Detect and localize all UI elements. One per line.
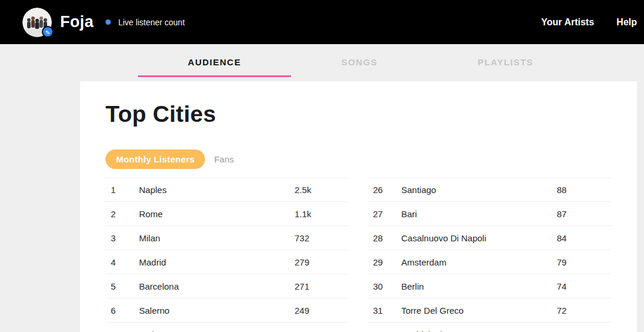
page-title: Top Cities [105,81,637,127]
value-cell: 2.5k [295,185,349,195]
value-cell: 279 [295,257,349,267]
city-cell: Turin [139,330,295,332]
rank-cell: 29 [368,257,401,267]
table-row: 5 Barcelona 271 [105,274,349,298]
city-cell: Rome [139,209,295,219]
live-dot-icon [105,19,111,25]
live-listener-label: Live listener count [118,18,185,27]
city-cell: Barcelona [139,281,295,291]
rank-cell: 6 [105,306,139,316]
table-row: 27 Bari 87 [368,202,611,226]
rank-cell: 32 [368,330,401,332]
table-row: 29 Amsterdam 79 [368,250,611,274]
value-cell: 79 [557,257,611,267]
filter-fans[interactable]: Fans [214,154,233,164]
value-cell: 249 [295,306,349,316]
table-row: 28 Casalnuovo Di Napoli 84 [368,226,611,250]
table-row: 2 Rome 1.1k [105,202,349,226]
city-table-right: 26 Santiago 88 27 Bari 87 28 Casalnuovo … [368,178,611,332]
table-row: 32 Maddaloni 71 [368,323,611,332]
city-cell: Berlin [401,281,557,291]
city-cell: Madrid [139,257,295,267]
pencil-icon[interactable]: ✎ [42,26,54,38]
table-row: 26 Santiago 88 [368,178,611,202]
value-cell: 74 [557,281,611,291]
value-cell: 87 [557,209,611,219]
value-cell: 72 [557,306,611,316]
city-cell: Santiago [401,185,557,195]
value-cell: 84 [557,233,611,243]
artist-name: Foja [60,13,94,31]
filter-toggle: Monthly Listeners Fans [105,150,637,169]
artist-avatar[interactable]: ✎ [22,8,52,37]
rank-cell: 3 [105,233,139,243]
rank-cell: 26 [368,185,401,195]
rank-cell: 4 [105,257,139,267]
city-cell: Torre Del Greco [401,306,557,316]
city-cell: Casalnuovo Di Napoli [401,233,557,243]
city-cell: Salerno [139,306,295,316]
topbar: ✎ Foja Live listener count Your Artists … [0,0,644,44]
active-tab-underline [138,75,291,77]
tab-songs[interactable]: SONGS [341,57,378,67]
rank-cell: 28 [368,233,401,243]
filter-monthly-listeners[interactable]: Monthly Listeners [105,150,205,169]
city-cell: Naples [139,185,295,195]
top-navigation: Your Artists Help [541,17,637,28]
value-cell: 232 [295,330,349,332]
rank-cell: 5 [105,281,139,291]
rank-cell: 1 [105,185,139,195]
table-row: 30 Berlin 74 [368,274,611,298]
rank-cell: 7 [105,330,139,332]
table-row: 7 Turin 232 [105,323,349,332]
tabbar: AUDIENCE SONGS PLAYLISTS [0,44,644,81]
city-cell: Maddaloni [401,330,557,332]
table-row: 31 Torre Del Greco 72 [368,298,611,323]
table-row: 3 Milan 732 [105,226,349,250]
value-cell: 732 [295,233,349,243]
table-row: 6 Salerno 249 [105,298,349,323]
table-row: 4 Madrid 279 [105,250,349,274]
city-table-left: 1 Naples 2.5k 2 Rome 1.1k 3 Milan 732 [105,178,349,332]
main-card: Top Cities Monthly Listeners Fans 1 Napl… [80,81,637,332]
value-cell: 71 [557,330,611,332]
city-cell: Milan [139,233,295,243]
nav-your-artists[interactable]: Your Artists [541,17,595,28]
nav-help[interactable]: Help [616,17,637,28]
top-cities-tables: 1 Naples 2.5k 2 Rome 1.1k 3 Milan 732 [105,178,637,332]
value-cell: 1.1k [295,209,349,219]
rank-cell: 31 [368,306,401,316]
value-cell: 88 [557,185,611,195]
rank-cell: 27 [368,209,401,219]
city-cell: Amsterdam [401,257,557,267]
tab-audience[interactable]: AUDIENCE [188,57,241,67]
value-cell: 271 [295,281,349,291]
tab-playlists[interactable]: PLAYLISTS [478,57,534,67]
rank-cell: 30 [368,281,401,291]
rank-cell: 2 [105,209,139,219]
city-cell: Bari [401,209,557,219]
table-row: 1 Naples 2.5k [105,178,349,202]
